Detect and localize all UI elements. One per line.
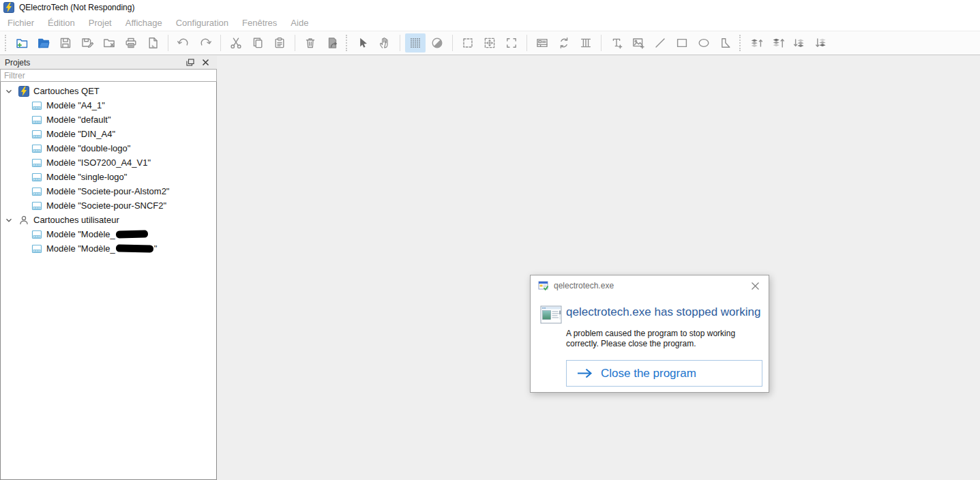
select-mode-button[interactable]: [353, 33, 373, 52]
table-icon: [579, 36, 593, 50]
tree-item[interactable]: Modèle "A4_1": [1, 98, 216, 112]
rotate-button[interactable]: [554, 33, 574, 52]
chevron-down-icon[interactable]: [5, 216, 13, 224]
undo-button[interactable]: [173, 33, 194, 52]
tree-item[interactable]: Modèle "DIN_A4": [1, 127, 216, 141]
tree-item-label: Modèle "double-logo": [46, 143, 130, 153]
open-project-button[interactable]: [33, 33, 54, 52]
grid-toggle-icon: [409, 36, 422, 50]
bring-to-front-button[interactable]: [768, 33, 788, 52]
menubar: FichierÉditionProjetAffichageConfigurati…: [0, 15, 980, 31]
titleblock-editor-button[interactable]: [532, 33, 552, 52]
titleblock-template-icon: [31, 229, 42, 240]
toolbar: [0, 31, 980, 55]
paste-button[interactable]: [269, 33, 290, 52]
close-project-icon: [102, 36, 116, 50]
tree-item[interactable]: Modèle "double-logo": [1, 141, 216, 155]
menu-item-fenetres[interactable]: Fenêtres: [242, 18, 277, 28]
add-line-button[interactable]: [650, 33, 670, 52]
new-project-icon: [15, 36, 29, 50]
add-line-icon: [653, 36, 667, 50]
tree-item[interactable]: Modèle "Societe-pour-SNCF2": [1, 198, 216, 213]
tree-item-label: Modèle "Modèle_: [46, 243, 115, 254]
new-project-button[interactable]: [12, 33, 32, 52]
save-as-icon: [80, 36, 94, 50]
copy-button[interactable]: [248, 33, 268, 52]
menu-item-configuration[interactable]: Configuration: [176, 18, 228, 28]
toolbar-separator: [295, 35, 295, 51]
add-text-button[interactable]: [606, 33, 627, 52]
crash-dialog-title: qelectrotech.exe: [554, 281, 745, 290]
titleblock-template-icon: [31, 115, 42, 125]
tree-item[interactable]: Modèle "default": [1, 112, 216, 127]
export-button[interactable]: [143, 33, 163, 52]
menu-item-edition[interactable]: Édition: [48, 18, 75, 28]
tree-item[interactable]: Modèle "Societe-pour-Alstom2": [1, 184, 216, 198]
background-toggle-button[interactable]: [427, 33, 447, 52]
add-ellipse-button[interactable]: [694, 33, 714, 52]
tree-item-label: Modèle "Societe-pour-Alstom2": [46, 186, 169, 196]
titleblock-template-icon: [31, 186, 42, 197]
filter-input[interactable]: [0, 69, 217, 82]
print-button[interactable]: [121, 33, 141, 52]
save-as-button[interactable]: [77, 33, 98, 52]
tree-item-label: Cartouches utilisateur: [33, 215, 119, 225]
toolbar-separator: [601, 35, 602, 51]
titleblock-template-icon: [31, 143, 42, 154]
add-image-icon: [632, 36, 645, 50]
add-polygon-button[interactable]: [715, 33, 736, 52]
menu-item-projet[interactable]: Projet: [89, 18, 112, 28]
toolbar-separator: [220, 35, 221, 51]
tree-item[interactable]: Modèle "single-logo": [1, 170, 216, 184]
tree-item-label: Modèle "A4_1": [46, 100, 105, 110]
save-button[interactable]: [55, 33, 76, 52]
tree-item[interactable]: Modèle "Modèle_: [1, 227, 216, 241]
toolbar-grip: [5, 35, 7, 51]
selection-frame-button[interactable]: [458, 33, 478, 52]
tree-group-cartouches-qet[interactable]: Cartouches QET: [1, 84, 216, 98]
menu-item-affichage[interactable]: Affichage: [125, 18, 162, 28]
zoom-frame-button[interactable]: [501, 33, 522, 52]
arrow-right-icon: [577, 368, 593, 378]
crash-dialog-close-icon[interactable]: [745, 278, 764, 294]
table-button[interactable]: [576, 33, 596, 52]
close-project-button[interactable]: [99, 33, 119, 52]
import-element-button[interactable]: [322, 33, 342, 52]
menu-item-aide[interactable]: Aide: [291, 18, 308, 28]
tree-item-label: Modèle "ISO7200_A4_V1": [46, 158, 151, 168]
titleblock-template-icon: [31, 158, 42, 168]
rotate-icon: [557, 36, 571, 50]
add-rectangle-button[interactable]: [672, 33, 692, 52]
grid-toggle-button[interactable]: [405, 33, 426, 52]
tree-item-label: Modèle "Modèle_: [46, 229, 115, 239]
lower-element-button[interactable]: [790, 33, 810, 52]
crash-heading: qelectrotech.exe has stopped working: [566, 305, 760, 319]
tree-item-label: Modèle "DIN_A4": [46, 129, 115, 139]
send-to-back-button[interactable]: [812, 33, 832, 52]
chevron-down-icon[interactable]: [5, 87, 13, 95]
zoom-frame-icon: [505, 36, 518, 50]
panel-float-button[interactable]: [183, 57, 196, 68]
tree-item-label: Modèle "Societe-pour-SNCF2": [46, 200, 166, 211]
pan-mode-icon: [378, 36, 391, 50]
add-image-button[interactable]: [628, 33, 649, 52]
window-titlebar: QElectroTech (Not Responding): [0, 0, 980, 15]
redo-button[interactable]: [195, 33, 216, 52]
close-program-button[interactable]: Close the program: [566, 360, 762, 387]
menu-item-fichier[interactable]: Fichier: [8, 18, 34, 28]
tree-item[interactable]: Modèle "Modèle_": [1, 241, 216, 256]
import-element-icon: [325, 36, 339, 50]
pan-mode-button[interactable]: [374, 33, 395, 52]
tree-item[interactable]: Modèle "ISO7200_A4_V1": [1, 155, 216, 170]
adjust-selection-button[interactable]: [479, 33, 500, 52]
send-to-back-icon: [815, 36, 829, 50]
delete-button[interactable]: [300, 33, 321, 52]
raise-element-button[interactable]: [746, 33, 767, 52]
toolbar-separator: [400, 35, 400, 51]
print-icon: [124, 36, 138, 50]
panel-close-button[interactable]: [199, 57, 212, 68]
toolbar-separator: [452, 35, 453, 51]
redaction-bar: [116, 245, 153, 253]
tree-group-cartouches-utilisateur[interactable]: Cartouches utilisateur: [1, 213, 216, 227]
cut-button[interactable]: [226, 33, 246, 52]
